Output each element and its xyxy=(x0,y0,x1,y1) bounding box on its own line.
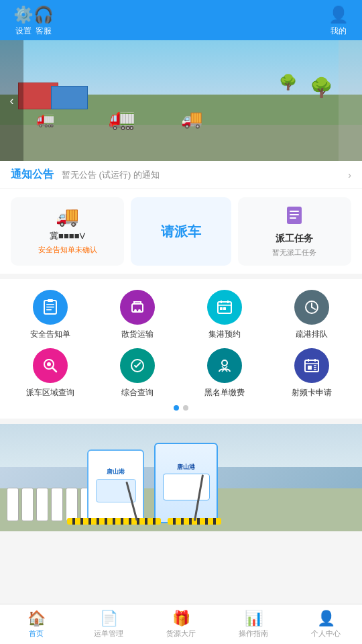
notice-arrow-icon: › xyxy=(348,170,351,180)
svg-rect-3 xyxy=(290,217,296,219)
nav-orders-label: 运单管理 xyxy=(94,629,123,639)
dot-1[interactable] xyxy=(174,405,179,411)
svg-point-11 xyxy=(138,309,141,312)
svg-rect-7 xyxy=(46,309,52,311)
settings-icon: ⚙️ xyxy=(13,5,34,24)
task-card[interactable]: 派工任务 暂无派工任务 xyxy=(238,197,351,266)
person-icon: 👤 xyxy=(317,610,335,627)
home-icon: 🏠 xyxy=(27,610,46,627)
grid-item-comprehensive[interactable]: 综合查询 xyxy=(94,348,181,398)
comprehensive-label: 综合查询 xyxy=(121,387,154,398)
dispatch-text: 请派车 xyxy=(161,223,201,241)
area-query-icon xyxy=(33,348,68,383)
settings-nav[interactable]: ⚙️ 设置 xyxy=(13,5,34,37)
bottom-nav: 🏠 首页 📄 运单管理 🎁 货源大厅 📊 操作指南 👤 个人中心 xyxy=(0,604,362,644)
grid-item-queue[interactable]: 疏港排队 xyxy=(268,290,355,340)
grid-menu-section: 安全告知单 散货运输 xyxy=(0,279,362,419)
svg-rect-16 xyxy=(220,307,223,310)
grid-item-safety[interactable]: 安全告知单 xyxy=(7,290,94,340)
charger-brand1: 唐山港 xyxy=(107,468,125,476)
bottom-banner[interactable]: 唐山港 唐山港 xyxy=(0,424,362,531)
rfid-icon xyxy=(294,348,329,383)
svg-rect-17 xyxy=(223,307,226,310)
settings-label: 设置 xyxy=(15,25,32,37)
comprehensive-icon xyxy=(120,348,155,383)
svg-rect-1 xyxy=(290,211,299,212)
svg-rect-6 xyxy=(46,307,54,308)
nav-guide[interactable]: 📊 操作指南 xyxy=(217,604,290,644)
bulk-label: 散货运输 xyxy=(121,329,154,340)
cargo-icon: 🎁 xyxy=(172,610,190,627)
dot-2[interactable] xyxy=(183,405,188,411)
queue-label: 疏港排队 xyxy=(296,329,328,340)
grid-item-bulk[interactable]: 散货运输 xyxy=(94,290,181,340)
svg-point-21 xyxy=(47,362,51,366)
svg-rect-5 xyxy=(46,304,54,305)
profile-icon: 👤 xyxy=(328,5,349,24)
vehicle-icon: 🚚 xyxy=(56,205,79,227)
task-title: 派工任务 xyxy=(276,233,313,245)
orders-icon: 📄 xyxy=(100,610,118,627)
reserve-icon xyxy=(207,290,242,325)
nav-home[interactable]: 🏠 首页 xyxy=(0,604,72,644)
service-icon: 🎧 xyxy=(34,5,54,24)
svg-point-23 xyxy=(222,360,227,366)
service-label: 客服 xyxy=(36,25,52,37)
vehicle-number: 冀■■■■V xyxy=(50,230,85,242)
nav-orders[interactable]: 📄 运单管理 xyxy=(72,604,145,644)
carousel-dots xyxy=(7,398,355,413)
blacklist-icon xyxy=(207,348,242,383)
profile-nav[interactable]: 👤 我的 xyxy=(328,5,349,37)
guide-icon: 📊 xyxy=(245,610,263,627)
grid-menu: 安全告知单 散货运输 xyxy=(7,290,355,398)
vehicle-alert: 安全告知单未确认 xyxy=(38,245,97,255)
service-nav[interactable]: 🎧 客服 xyxy=(34,5,54,37)
banner-carousel[interactable]: 🌳 🌳 🚛 🚚 🚛 ‹ xyxy=(0,40,362,161)
banner-prev[interactable]: ‹ xyxy=(0,40,23,161)
grid-item-rfid[interactable]: 射频卡申请 xyxy=(268,348,355,398)
area-query-label: 派车区域查询 xyxy=(26,387,74,398)
grid-item-reserve[interactable]: 集港预约 xyxy=(181,290,268,340)
svg-point-10 xyxy=(134,309,137,312)
svg-rect-9 xyxy=(132,304,143,312)
task-icon xyxy=(284,205,304,230)
svg-line-20 xyxy=(52,368,56,372)
safety-label: 安全告知单 xyxy=(30,329,70,340)
nav-profile[interactable]: 👤 个人中心 xyxy=(290,604,362,644)
notice-bar[interactable]: 通知公告 暂无公告 (试运行) 的通知 › xyxy=(0,161,362,189)
svg-rect-2 xyxy=(290,214,299,215)
top-bar: ⚙️ 设置 🎧 客服 👤 我的 xyxy=(0,0,362,40)
nav-home-label: 首页 xyxy=(29,629,44,639)
quick-cards: 🚚 冀■■■■V 安全告知单未确认 请派车 派工任务 暂无派工任务 xyxy=(0,189,362,274)
notice-content: 暂无公告 (试运行) 的通知 xyxy=(62,169,345,181)
grid-item-blacklist[interactable]: 黑名单缴费 xyxy=(181,348,268,398)
safety-icon xyxy=(33,290,68,325)
svg-rect-30 xyxy=(308,366,312,370)
dispatch-card[interactable]: 请派车 xyxy=(131,197,231,266)
nav-cargo[interactable]: 🎁 货源大厅 xyxy=(145,604,217,644)
notice-title: 通知公告 xyxy=(11,168,54,182)
nav-guide-label: 操作指南 xyxy=(239,629,268,639)
reserve-label: 集港预约 xyxy=(208,329,241,340)
svg-rect-8 xyxy=(48,299,53,302)
profile-label: 我的 xyxy=(330,25,347,37)
rfid-label: 射频卡申请 xyxy=(292,387,332,398)
banner-next[interactable] xyxy=(339,40,362,161)
grid-item-area-query[interactable]: 派车区域查询 xyxy=(7,348,94,398)
nav-cargo-label: 货源大厅 xyxy=(166,629,196,639)
vehicle-card[interactable]: 🚚 冀■■■■V 安全告知单未确认 xyxy=(11,197,124,266)
blacklist-label: 黑名单缴费 xyxy=(204,387,245,398)
bulk-icon xyxy=(120,290,155,325)
queue-icon xyxy=(294,290,329,325)
task-sub: 暂无派工任务 xyxy=(272,248,316,258)
charger-brand2: 唐山港 xyxy=(177,463,195,472)
nav-profile-label: 个人中心 xyxy=(311,629,341,639)
